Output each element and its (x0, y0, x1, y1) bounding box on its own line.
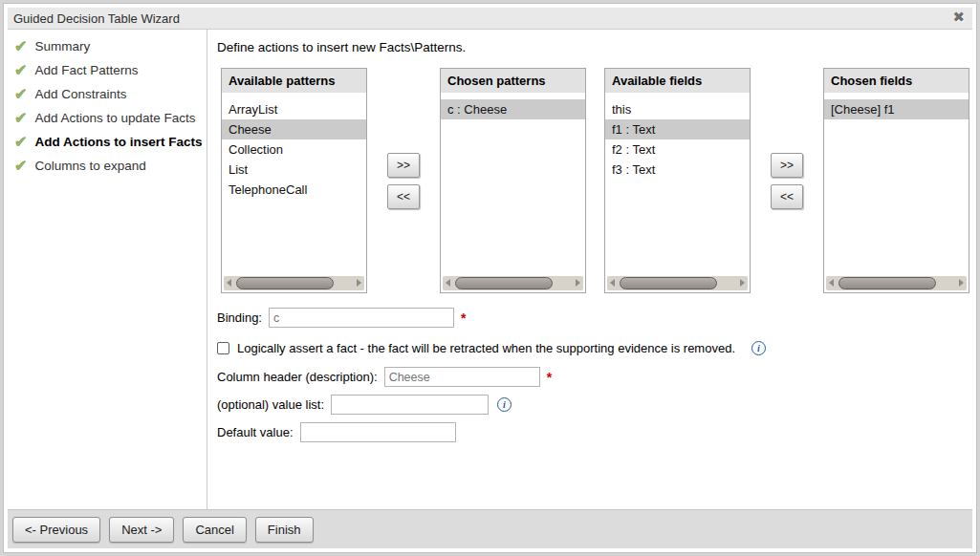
listbox-header: Available patterns (222, 69, 366, 93)
default-value-label: Default value: (217, 425, 294, 439)
step-instruction: Define actions to insert new Facts\Patte… (217, 40, 972, 54)
listbox-header: Chosen fields (824, 69, 969, 93)
sidebar-item-label: Add Fact Patterns (34, 63, 138, 77)
finish-button[interactable]: Finish (255, 517, 314, 543)
scroll-left-arrow-icon[interactable] (227, 279, 231, 287)
scroll-right-arrow-icon[interactable] (576, 279, 580, 287)
available-fields-listbox: Available fields thisf1 : Textf2 : Textf… (604, 68, 751, 293)
cancel-button[interactable]: Cancel (183, 517, 246, 543)
required-asterisk: * (547, 370, 552, 385)
chosen-patterns-listbox: Chosen patterns c : Cheese (440, 68, 586, 293)
sidebar-item-label: Columns to expand (34, 159, 145, 173)
value-list-input[interactable] (331, 395, 489, 415)
scrollbar-thumb[interactable] (236, 277, 334, 289)
horizontal-scrollbar[interactable] (607, 276, 748, 290)
list-item[interactable]: f3 : Text (605, 160, 750, 180)
listbox-items: ArrayListCheeseCollectionListTelephoneCa… (222, 93, 366, 275)
add-field-button[interactable]: >> (771, 153, 803, 178)
default-value-input[interactable] (300, 422, 456, 442)
check-icon: ✔ (14, 40, 27, 53)
column-header-label: Column header (description): (217, 370, 378, 384)
binding-label: Binding: (217, 310, 262, 325)
info-icon[interactable]: i (751, 341, 766, 355)
sidebar-item-summary[interactable]: ✔ Summary (8, 34, 207, 58)
list-item[interactable]: f2 : Text (605, 139, 750, 160)
default-value-row: Default value: (217, 422, 972, 442)
horizontal-scrollbar[interactable] (443, 276, 583, 290)
sidebar-item-label: Add Constraints (34, 87, 126, 101)
scroll-left-arrow-icon[interactable] (829, 279, 834, 287)
scrollbar-thumb[interactable] (455, 277, 553, 289)
sidebar-item-add-constraints[interactable]: ✔ Add Constraints (8, 82, 207, 106)
dialog-body: ✔ Summary ✔ Add Fact Patterns ✔ Add Cons… (8, 30, 972, 509)
value-list-label: (optional) value list: (217, 397, 324, 412)
listbox-header: Chosen patterns (441, 69, 585, 93)
required-asterisk: * (461, 310, 466, 326)
sidebar-item-add-actions-update-facts[interactable]: ✔ Add Actions to update Facts (8, 106, 207, 130)
listbox-items: c : Cheese (441, 93, 585, 275)
scroll-left-arrow-icon[interactable] (610, 279, 615, 287)
list-item[interactable]: ArrayList (222, 99, 366, 119)
logical-assert-row: Logically assert a fact - the fact will … (217, 341, 972, 355)
wizard-steps-sidebar: ✔ Summary ✔ Add Fact Patterns ✔ Add Cons… (8, 30, 207, 509)
sidebar-item-add-actions-insert-facts[interactable]: ✔ Add Actions to insert Facts (8, 130, 207, 154)
value-list-row: (optional) value list: i (217, 395, 972, 415)
horizontal-scrollbar[interactable] (224, 276, 364, 290)
logical-assert-label: Logically assert a fact - the fact will … (237, 341, 735, 355)
wizard-button-bar: <- Previous Next -> Cancel Finish (8, 509, 972, 548)
available-patterns-listbox: Available patterns ArrayListCheeseCollec… (221, 68, 367, 293)
list-item[interactable]: this (605, 99, 750, 119)
list-item[interactable]: List (222, 160, 366, 180)
scroll-right-arrow-icon[interactable] (959, 279, 964, 287)
binding-row: Binding: * (217, 308, 972, 328)
sidebar-item-label: Add Actions to insert Facts (34, 135, 202, 149)
scrollbar-thumb[interactable] (838, 277, 936, 289)
logical-assert-checkbox[interactable] (217, 342, 229, 354)
next-button[interactable]: Next -> (109, 517, 174, 543)
check-icon: ✔ (14, 136, 27, 149)
column-header-row: Column header (description): * (217, 367, 972, 387)
listbox-items: thisf1 : Textf2 : Textf3 : Text (605, 93, 750, 275)
listbox-header: Available fields (605, 69, 750, 93)
remove-pattern-button[interactable]: << (387, 184, 420, 209)
horizontal-scrollbar[interactable] (826, 276, 967, 290)
remove-field-button[interactable]: << (771, 184, 803, 209)
add-pattern-button[interactable]: >> (387, 153, 420, 178)
screen: Guided Decision Table Wizard ✖ ✔ Summary… (0, 0, 980, 556)
check-icon: ✔ (14, 112, 27, 125)
check-icon: ✔ (14, 160, 27, 173)
column-header-input[interactable] (384, 367, 540, 387)
scrollbar-thumb[interactable] (620, 277, 717, 289)
wizard-dialog: Guided Decision Table Wizard ✖ ✔ Summary… (3, 3, 977, 553)
dialog-title: Guided Decision Table Wizard (8, 11, 180, 26)
list-item[interactable]: f1 : Text (605, 119, 750, 139)
binding-input[interactable] (269, 308, 454, 328)
chosen-fields-listbox: Chosen fields [Cheese] f1 (823, 68, 969, 293)
list-item[interactable]: c : Cheese (441, 99, 585, 119)
sidebar-item-add-fact-patterns[interactable]: ✔ Add Fact Patterns (8, 58, 207, 82)
list-item[interactable]: Cheese (222, 119, 366, 139)
sidebar-item-label: Summary (34, 39, 90, 53)
step-content: Define actions to insert new Facts\Patte… (207, 30, 972, 509)
scroll-right-arrow-icon[interactable] (357, 279, 361, 287)
listbox-items: [Cheese] f1 (824, 93, 969, 275)
scroll-left-arrow-icon[interactable] (446, 279, 450, 287)
scroll-right-arrow-icon[interactable] (740, 279, 745, 287)
previous-button[interactable]: <- Previous (12, 517, 100, 543)
info-icon[interactable]: i (497, 397, 512, 412)
sidebar-item-columns-to-expand[interactable]: ✔ Columns to expand (8, 154, 207, 178)
pattern-details-form: Binding: * Logically assert a fact - the… (217, 308, 972, 442)
list-item[interactable]: [Cheese] f1 (824, 99, 969, 119)
dialog-titlebar: Guided Decision Table Wizard ✖ (8, 8, 972, 30)
check-icon: ✔ (14, 64, 27, 77)
fields-transfer-buttons: >> << (751, 68, 823, 209)
list-item[interactable]: Collection (222, 139, 366, 160)
close-icon[interactable]: ✖ (952, 9, 965, 26)
patterns-transfer-buttons: >> << (367, 68, 440, 209)
check-icon: ✔ (14, 88, 27, 101)
list-item[interactable]: TelephoneCall (222, 180, 366, 200)
sidebar-item-label: Add Actions to update Facts (34, 111, 195, 125)
pattern-field-transfer: Available patterns ArrayListCheeseCollec… (221, 68, 972, 293)
